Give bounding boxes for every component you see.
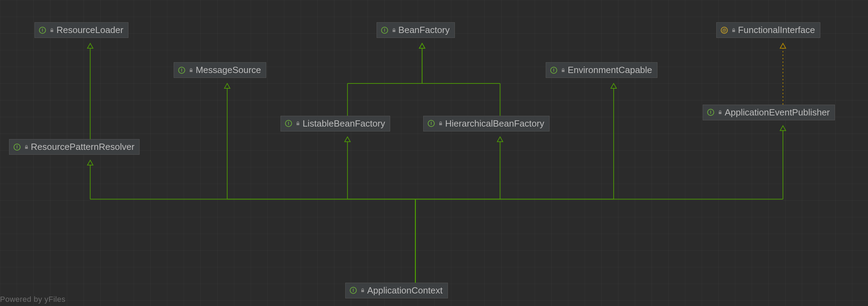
- node-label: HierarchicalBeanFactory: [445, 118, 544, 129]
- interface-icon: I: [177, 66, 186, 74]
- svg-rect-34: [393, 30, 395, 32]
- node-label: ResourcePatternResolver: [31, 142, 135, 152]
- interface-icon: I: [38, 26, 47, 34]
- svg-rect-46: [297, 123, 299, 125]
- node-bean-factory[interactable]: I BeanFactory: [377, 22, 455, 38]
- svg-text:I: I: [181, 68, 182, 73]
- interface-icon: I: [13, 143, 21, 151]
- node-resource-loader[interactable]: I ResourceLoader: [34, 22, 128, 38]
- svg-text:I: I: [16, 145, 17, 150]
- node-label: ApplicationContext: [367, 285, 443, 296]
- lock-icon: [295, 121, 300, 126]
- svg-rect-28: [50, 30, 53, 32]
- lock-icon: [731, 28, 736, 33]
- lock-icon: [392, 28, 396, 33]
- svg-text:I: I: [384, 28, 385, 33]
- node-resource-pattern-resolver[interactable]: I ResourcePatternResolver: [9, 139, 140, 155]
- node-listable-bean-factory[interactable]: I ListableBeanFactory: [281, 116, 390, 131]
- node-label: ListableBeanFactory: [302, 118, 385, 129]
- lock-icon: [561, 68, 566, 73]
- svg-text:I: I: [710, 110, 711, 115]
- lock-icon: [360, 288, 365, 293]
- node-application-context[interactable]: I ApplicationContext: [345, 283, 448, 298]
- svg-rect-43: [719, 112, 721, 114]
- svg-rect-55: [361, 290, 364, 292]
- node-message-source[interactable]: I MessageSource: [174, 62, 266, 78]
- interface-icon: I: [380, 26, 389, 34]
- interface-icon: I: [707, 108, 715, 116]
- svg-text:I: I: [353, 288, 354, 293]
- node-label: ApplicationEventPublisher: [725, 107, 830, 118]
- lock-icon: [438, 121, 443, 126]
- node-hierarchical-bean-factory[interactable]: I HierarchicalBeanFactory: [423, 116, 550, 131]
- svg-text:I: I: [431, 121, 432, 126]
- lock-icon: [24, 145, 29, 150]
- svg-rect-49: [439, 123, 442, 125]
- svg-rect-52: [25, 147, 28, 149]
- node-label: FunctionalInterface: [738, 25, 815, 35]
- interface-icon: I: [550, 66, 558, 74]
- interface-icon: I: [284, 119, 293, 128]
- svg-rect-37: [562, 70, 565, 72]
- lock-icon: [718, 110, 723, 115]
- svg-rect-31: [190, 70, 192, 72]
- svg-text:I: I: [288, 121, 289, 126]
- node-application-event-publisher[interactable]: I ApplicationEventPublisher: [703, 105, 835, 120]
- watermark-text: Powered by yFiles: [0, 295, 65, 304]
- annotation-icon: @: [720, 26, 728, 34]
- svg-text:I: I: [42, 28, 43, 33]
- node-label: BeanFactory: [399, 25, 450, 35]
- svg-text:@: @: [722, 28, 726, 33]
- interface-icon: I: [349, 286, 357, 295]
- node-label: MessageSource: [196, 65, 261, 75]
- interface-icon: I: [427, 119, 435, 128]
- lock-icon: [189, 68, 194, 73]
- node-label: ResourceLoader: [56, 25, 123, 35]
- lock-icon: [49, 28, 54, 33]
- svg-rect-40: [732, 30, 735, 32]
- node-functional-interface[interactable]: @ FunctionalInterface: [716, 22, 820, 38]
- node-environment-capable[interactable]: I EnvironmentCapable: [546, 62, 657, 78]
- svg-text:I: I: [553, 68, 554, 73]
- node-label: EnvironmentCapable: [568, 65, 652, 75]
